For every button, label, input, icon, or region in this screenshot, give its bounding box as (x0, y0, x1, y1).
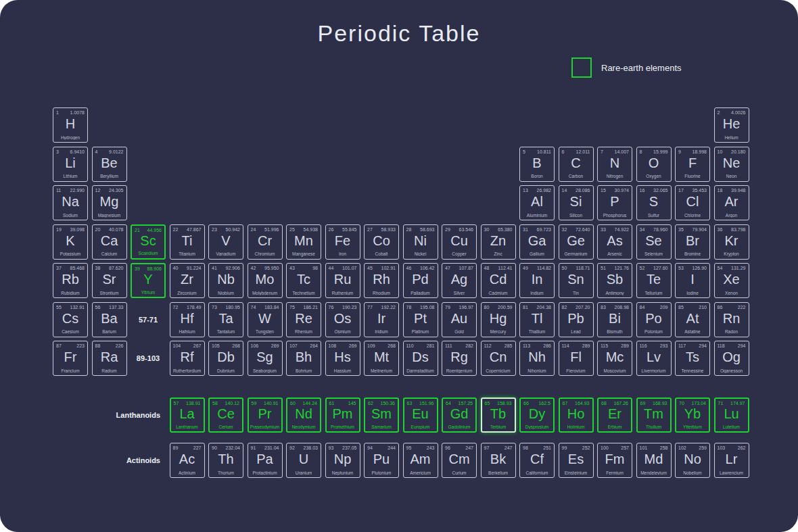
element-cell-Be[interactable]: 49.0122BeBeryllium (92, 147, 127, 182)
element-cell-Ge[interactable]: 3272.640GeGermanium (559, 224, 594, 260)
element-cell-Po[interactable]: 84209PoPolonium (636, 302, 672, 337)
element-cell-Fm[interactable]: 100257FmFermium (597, 443, 632, 478)
element-cell-La[interactable]: 57138.91LaLanthanum (170, 397, 205, 433)
element-cell-Sc[interactable]: 2144.956ScScandium (131, 224, 166, 260)
element-cell-Re[interactable]: 75186.21ReRhenium (286, 302, 321, 337)
element-cell-No[interactable]: 102259NoNobelium (675, 443, 710, 478)
element-cell-Rb[interactable]: 3785.468RbRubidium (53, 263, 88, 298)
element-cell-Sb[interactable]: 51121.76SbAntimony (597, 263, 632, 298)
element-cell-Tc[interactable]: 4398TcTechnetium (286, 263, 321, 298)
element-cell-U[interactable]: 92238.03UUranium (286, 443, 321, 478)
element-cell-Sr[interactable]: 3887.620SrStrontium (92, 263, 127, 298)
element-cell-Co[interactable]: 2758.933CoCobalt (364, 224, 399, 260)
element-cell-Gd[interactable]: 64157.25GdGadolinium (442, 397, 477, 433)
element-cell-C[interactable]: 612.011CCarbon (559, 147, 594, 182)
element-cell-Li[interactable]: 36.9410LiLithium (53, 147, 88, 182)
element-cell-Hf[interactable]: 72178.49HfHafnium (170, 302, 205, 337)
element-cell-Yb[interactable]: 70173.04YbYtterbium (675, 397, 710, 433)
element-cell-Ac[interactable]: 89227AcActinium (170, 443, 205, 478)
element-cell-Lv[interactable]: 116293LvLivermorium (636, 341, 672, 376)
element-cell-Er[interactable]: 68167.26ErErbium (597, 397, 632, 433)
element-cell-Ne[interactable]: 1020.180NeNeon (714, 147, 749, 182)
element-cell-Mn[interactable]: 2554.938MnManganese (286, 224, 321, 260)
element-cell-Cm[interactable]: 96247CmCurium (442, 443, 477, 478)
element-cell-K[interactable]: 1939.098KPotassium (53, 224, 88, 260)
element-cell-Eu[interactable]: 63151.96EuEuropium (403, 397, 438, 433)
element-cell-Hg[interactable]: 80200.59HgMercury (481, 302, 516, 337)
element-cell-Ts[interactable]: 117294TsTennessine (675, 341, 710, 376)
element-cell-Fr[interactable]: 87223FrFrancium (53, 341, 88, 376)
element-cell-Og[interactable]: 118294OgOganesson (714, 341, 749, 376)
element-cell-Tb[interactable]: 65158.93TbTerbium (481, 397, 516, 433)
element-cell-Br[interactable]: 3579.904BrBromine (675, 224, 710, 260)
element-cell-He[interactable]: 24.0026HeHelium (714, 107, 749, 143)
element-cell-Os[interactable]: 76190.23OsOsmium (325, 302, 360, 337)
element-cell-Es[interactable]: 99252EsEinsteinium (559, 443, 594, 478)
element-cell-Zn[interactable]: 3065.380ZnZinc (481, 224, 516, 260)
element-cell-Ds[interactable]: 110281DsDarmstadtium (403, 341, 438, 376)
element-cell-Rf[interactable]: 104267RfRutherfordium (170, 341, 205, 376)
element-cell-Ir[interactable]: 77192.22IrIridium (364, 302, 399, 337)
element-cell-Kr[interactable]: 3683.798KrKrypton (714, 224, 749, 260)
element-cell-Au[interactable]: 79196.97AuGold (442, 302, 477, 337)
element-cell-Tm[interactable]: 69168.93TmThulium (636, 397, 672, 433)
element-cell-Dy[interactable]: 66162.5DyDysprosium (519, 397, 555, 433)
element-cell-Ta[interactable]: 73180.95TaTantalum (208, 302, 243, 337)
element-cell-Nd[interactable]: 60144.24NdNeodymium (286, 397, 321, 433)
element-cell-Ce[interactable]: 58140.12CeCerium (208, 397, 243, 433)
element-cell-Ga[interactable]: 3169.723GaGallium (519, 224, 555, 260)
element-cell-B[interactable]: 510.811BBoron (519, 147, 555, 182)
element-cell-Pm[interactable]: 61145PmPromethium (325, 397, 360, 433)
element-cell-Ba[interactable]: 56137.33BaBarium (92, 302, 127, 337)
element-cell-Fe[interactable]: 2655.845FeIron (325, 224, 360, 260)
element-cell-Th[interactable]: 90232.04ThThorium (208, 443, 243, 478)
element-cell-Pu[interactable]: 94244PuPlutonium (364, 443, 399, 478)
element-cell-At[interactable]: 85210AtAstatine (675, 302, 710, 337)
element-cell-Np[interactable]: 93237.05NpNeptunium (325, 443, 360, 478)
element-cell-Al[interactable]: 1326.982AlAluminium (519, 185, 555, 220)
element-cell-F[interactable]: 918.998FFluorine (675, 147, 710, 182)
element-cell-V[interactable]: 2350.942VVanadium (208, 224, 243, 260)
element-cell-Ar[interactable]: 1839.948ArArgon (714, 185, 749, 220)
element-cell-Rn[interactable]: 86222RnRadon (714, 302, 749, 337)
element-cell-Pa[interactable]: 91231.04PaProtactinium (248, 443, 283, 478)
element-cell-Te[interactable]: 52127.60TeTellurium (636, 263, 672, 298)
element-cell-I[interactable]: 53126.90IIodine (675, 263, 710, 298)
element-cell-Ca[interactable]: 2040.078CaCalcium (92, 224, 127, 260)
element-cell-Md[interactable]: 101258MdMendelevium (636, 443, 672, 478)
element-cell-Sm[interactable]: 62150.36SmSamarium (364, 397, 399, 433)
element-cell-Pr[interactable]: 59140.91PrPraseodymium (248, 397, 283, 433)
element-cell-Am[interactable]: 95243AmAmericium (403, 443, 438, 478)
element-cell-P[interactable]: 1530.974PPhosphorus (597, 185, 632, 220)
element-cell-Tl[interactable]: 81204.38TlThallium (519, 302, 555, 337)
element-cell-Hs[interactable]: 108269HsHassium (325, 341, 360, 376)
element-cell-Mg[interactable]: 1224.305MgMagnesium (92, 185, 127, 220)
element-cell-H[interactable]: 11.0078HHydrogen (53, 107, 88, 143)
element-cell-Sg[interactable]: 106269SgSeaborgium (248, 341, 283, 376)
element-cell-Rg[interactable]: 111282RgRoentgenium (442, 341, 477, 376)
element-cell-Cs[interactable]: 55132.91CsCaesium (53, 302, 88, 337)
element-cell-Xe[interactable]: 54131.29XeXenon (714, 263, 749, 298)
element-cell-Si[interactable]: 1428.086SiSilicon (559, 185, 594, 220)
element-cell-W[interactable]: 74183.84WTungsten (248, 302, 283, 337)
element-cell-O[interactable]: 815.999OOxygen (636, 147, 672, 182)
element-cell-Ni[interactable]: 2858.693NiNickel (403, 224, 438, 260)
element-cell-In[interactable]: 49114.82InIndium (519, 263, 555, 298)
element-cell-Cf[interactable]: 98251CfCalifornium (519, 443, 555, 478)
element-cell-Cu[interactable]: 2963.546CuCopper (442, 224, 477, 260)
element-cell-Nb[interactable]: 4192.906NbNiobium (208, 263, 243, 298)
element-cell-Rh[interactable]: 45102.91RhRhodium (364, 263, 399, 298)
element-cell-Cr[interactable]: 2451.996CrChromium (248, 224, 283, 260)
element-cell-Zr[interactable]: 4091.224ZrZirconium (170, 263, 205, 298)
element-cell-Pd[interactable]: 46106.42PdPalladium (403, 263, 438, 298)
element-cell-Db[interactable]: 105268DbDubnium (208, 341, 243, 376)
element-cell-Ho[interactable]: 67164.93HoHolmium (559, 397, 594, 433)
element-cell-Lu[interactable]: 71174.97LuLutetium (714, 397, 749, 433)
element-cell-As[interactable]: 3374.922AsArsenic (597, 224, 632, 260)
element-cell-N[interactable]: 714.007NNitrogen (597, 147, 632, 182)
element-cell-Ru[interactable]: 44101.07RuRuthenium (325, 263, 360, 298)
element-cell-Pb[interactable]: 82207.20PbLead (559, 302, 594, 337)
element-cell-Lr[interactable]: 103262LrLawrencium (714, 443, 749, 478)
element-cell-Mo[interactable]: 4295.950MoMolybdenum (248, 263, 283, 298)
element-cell-Se[interactable]: 3478.960SeSelenium (636, 224, 672, 260)
